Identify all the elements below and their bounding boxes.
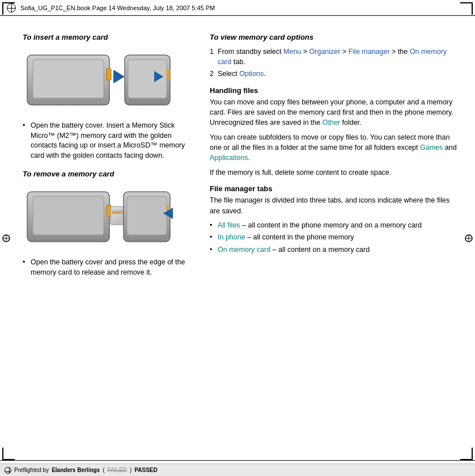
step-1-sep2: > [340, 48, 348, 56]
svg-marker-12 [113, 70, 125, 83]
insert-card-bullet-1: Open the battery cover. Insert a Memory … [23, 121, 187, 161]
in-phone-link: In phone [218, 233, 245, 241]
tabs-bullet-in-phone: In phone – all content in the phone memo… [210, 233, 458, 243]
svg-rect-15 [167, 70, 170, 80]
svg-rect-25 [127, 196, 167, 235]
preflight-separator: ( [103, 467, 104, 473]
svg-rect-18 [33, 196, 104, 235]
corner-mark-tr [460, 2, 473, 15]
all-files-text: – all content in the phone memory and on… [240, 221, 422, 229]
preflight-bar: Preflighted by Elanders Berlings ( FAILE… [0, 464, 475, 476]
view-options-title: To view memory card options [210, 33, 458, 41]
preflight-failed: FAILED [108, 467, 127, 473]
preflight-company: Elanders Berlings [52, 467, 100, 473]
options-link: Options [239, 70, 264, 78]
handling-files-para1: You can move and copy files between your… [210, 97, 458, 128]
corner-mark-tl [2, 2, 15, 15]
step-1-text-before: From standby select [218, 48, 283, 56]
insert-card-title: To insert a memory card [23, 33, 187, 41]
preflight-reg-mark [5, 467, 11, 474]
step-2-text-after: . [264, 70, 265, 78]
handling-files-para2: You can create subfolders to move or cop… [210, 132, 458, 163]
tabs-bullet-all-files: All files – all content in the phone mem… [210, 221, 458, 231]
tabs-bullet-on-memory-card: On memory card – all content on a memory… [210, 245, 458, 255]
other-link: Other [323, 119, 340, 127]
preflight-passed: PASSED [134, 467, 157, 473]
para1-end: folder. [340, 119, 362, 127]
step-1-text-after: tab. [231, 58, 245, 66]
step-2-text-before: Select [218, 70, 239, 78]
file-manager-tabs-para: The file manager is divided into three t… [210, 195, 458, 216]
left-column: To insert a memory card [0, 16, 198, 460]
organizer-link: Organizer [309, 48, 341, 56]
step-1-sep1: > [301, 48, 309, 56]
remove-card-bullets: Open the battery cover and press the edg… [23, 258, 187, 277]
remove-card-bullet-1: Open the battery cover and press the edg… [23, 258, 187, 277]
right-column: To view memory card options 1 From stand… [198, 16, 475, 460]
preflight-text: Preflighted by [14, 467, 49, 473]
applications-link: Applications [210, 154, 248, 162]
games-link: Games [420, 144, 443, 151]
menu-link: Menu [283, 48, 301, 56]
svg-rect-7 [33, 60, 104, 98]
file-manager-tabs-heading: File manager tabs [210, 184, 458, 193]
handling-files-heading: Handling files [210, 86, 458, 95]
header-text: Sofia_UG_P1C_EN.book Page 14 Wednesday, … [20, 5, 215, 11]
handling-files-para3: If the memory is full, delete some conte… [210, 167, 458, 178]
step-1-number: 1 [210, 47, 214, 57]
on-memory-card-text: – all content on a memory card [270, 246, 370, 254]
main-content: To insert a memory card [0, 16, 475, 460]
para2-end: . [248, 154, 249, 162]
remove-card-image [23, 184, 176, 252]
svg-rect-8 [107, 69, 111, 80]
remove-card-title: To remove a memory card [23, 170, 187, 178]
file-manager-link: File manager [349, 48, 390, 56]
insert-card-image [23, 47, 176, 115]
step-2: 2 Select Options. [210, 69, 458, 79]
preflight-paren-close: ) [130, 467, 132, 473]
step-1-sep3: > the [390, 48, 410, 56]
insert-card-bullets: Open the battery cover. Insert a Memory … [23, 121, 187, 161]
in-phone-text: – all content in the phone memory [245, 233, 354, 241]
view-options-steps: 1 From standby select Menu > Organizer >… [210, 47, 458, 79]
on-memory-card-bullet-link: On memory card [218, 246, 270, 254]
step-2-number: 2 [210, 69, 214, 79]
para2-start: You can create subfolders to move or cop… [210, 133, 449, 151]
step-1: 1 From standby select Menu > Organizer >… [210, 47, 458, 67]
top-header-bar: Sofia_UG_P1C_EN.book Page 14 Wednesday, … [0, 0, 475, 16]
tabs-bullets: All files – all content in the phone mem… [210, 221, 458, 255]
and-text: and [443, 144, 456, 151]
all-files-link: All files [218, 221, 240, 229]
svg-rect-14 [128, 60, 167, 98]
